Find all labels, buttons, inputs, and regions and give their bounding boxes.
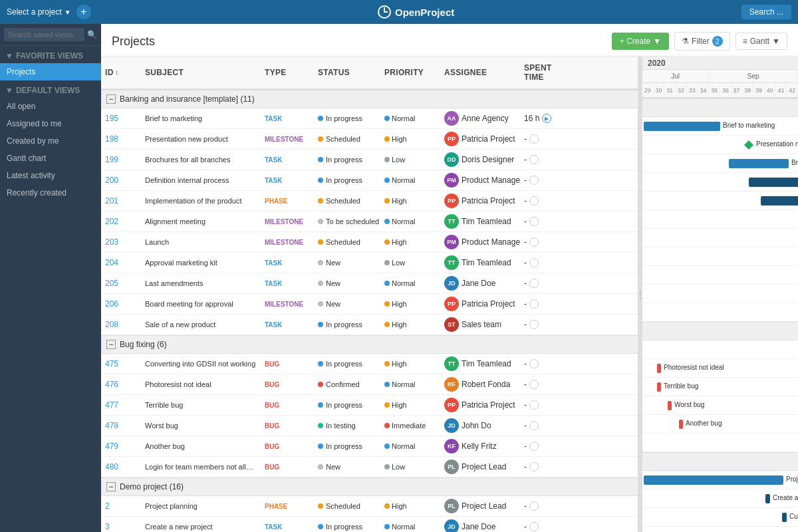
col-priority[interactable]: PRIORITY xyxy=(380,61,440,84)
cell-spent-time: 16 h ▶ xyxy=(520,111,573,126)
cell-assignee: JD Jane Doe xyxy=(440,273,520,293)
id-link[interactable]: 206 xyxy=(105,299,118,309)
cell-type: MILESTONE xyxy=(261,215,314,228)
id-link[interactable]: 477 xyxy=(105,400,118,410)
chevron-down-icon: ▼ xyxy=(653,37,661,46)
col-subject[interactable]: SUBJECT xyxy=(141,61,261,84)
id-link[interactable]: 479 xyxy=(105,442,118,451)
project-selector[interactable]: Select a project ▼ xyxy=(7,7,71,17)
status-dot xyxy=(318,322,323,327)
col-status[interactable]: STATUS xyxy=(314,61,380,84)
gantt-view-button[interactable]: ≡ Gantt ▼ xyxy=(735,33,787,50)
sidebar-item-recently-created[interactable]: Recently created xyxy=(0,184,101,201)
id-link[interactable]: 476 xyxy=(105,380,118,389)
id-link[interactable]: 3 xyxy=(105,522,110,531)
sidebar-item-all-open[interactable]: All open xyxy=(0,98,101,115)
table-row: 195 Brief to marketing TASK In progress … xyxy=(101,108,638,129)
table-row: 203 Launch MILESTONE Scheduled High PM P… xyxy=(101,232,638,253)
spent-value: - xyxy=(524,134,527,144)
filter-button[interactable]: ⚗ Filter 2 xyxy=(674,32,730,51)
logo-icon xyxy=(378,5,391,19)
spent-value: - xyxy=(524,320,527,329)
gantt-bar[interactable] xyxy=(644,122,720,131)
sidebar-item-created-by-me[interactable]: Created by me xyxy=(0,132,101,150)
gantt-row: Customize project overview page xyxy=(642,508,798,527)
cell-subject: Photoresist not ideal xyxy=(141,378,261,391)
col-spent-time[interactable]: SPENT TIME xyxy=(520,61,573,84)
id-link[interactable]: 204 xyxy=(105,258,118,267)
gantt-week-row: 2930313233343536373839404142 xyxy=(642,83,798,98)
type-badge: MILESTONE xyxy=(265,238,303,247)
gantt-bar[interactable] xyxy=(668,401,672,410)
group-collapse-icon[interactable]: − xyxy=(106,94,116,104)
empty-timer-icon xyxy=(529,380,539,389)
id-link[interactable]: 195 xyxy=(105,114,118,123)
gantt-bar[interactable] xyxy=(729,159,789,168)
collapse-icon: ▼ xyxy=(5,86,13,95)
add-project-button[interactable]: + xyxy=(76,5,91,19)
sidebar-item-projects[interactable]: Projects xyxy=(0,63,101,80)
id-link[interactable]: 475 xyxy=(105,359,118,368)
id-link[interactable]: 2 xyxy=(105,501,110,511)
cell-assignee: TT Tim Teamlead xyxy=(440,354,520,374)
gantt-bar[interactable] xyxy=(679,420,683,429)
cell-type: PHASE xyxy=(261,194,314,207)
col-assignee[interactable]: ASSIGNEE xyxy=(440,61,520,84)
collapse-icon: ▼ xyxy=(5,51,13,61)
id-link[interactable]: 205 xyxy=(105,279,118,288)
cell-id: 3 xyxy=(101,519,141,532)
gantt-bar[interactable] xyxy=(657,382,661,392)
id-link[interactable]: 203 xyxy=(105,237,118,247)
table-row: 199 Brochures for all branches TASK In p… xyxy=(101,150,638,170)
gantt-bar[interactable] xyxy=(782,513,787,522)
group-row: − Bug fixing (6) xyxy=(101,335,638,354)
priority-dot xyxy=(384,116,390,121)
cell-assignee: PP Patricia Project xyxy=(440,191,520,211)
cell-assignee: TT Tim Teamlead xyxy=(440,253,520,273)
id-link[interactable]: 478 xyxy=(105,421,118,430)
gantt-bar[interactable] xyxy=(765,494,770,503)
search-button[interactable]: Search ... xyxy=(741,5,791,19)
logo: OpenProject xyxy=(378,5,454,19)
sidebar-item-gantt-chart[interactable]: Gantt chart xyxy=(0,150,101,167)
avatar: PP xyxy=(444,194,459,208)
sidebar-item-assigned-to-me[interactable]: Assigned to me xyxy=(0,115,101,132)
spent-value: - xyxy=(524,237,527,247)
sidebar-item-latest-activity[interactable]: Latest activity xyxy=(0,167,101,184)
table-row: 201 Implementation of the product PHASE … xyxy=(101,191,638,211)
gantt-bar[interactable] xyxy=(657,364,661,373)
id-link[interactable]: 201 xyxy=(105,196,118,205)
id-link[interactable]: 480 xyxy=(105,462,118,471)
cell-priority: Normal xyxy=(380,378,440,391)
col-id[interactable]: ID ↕ xyxy=(101,61,141,84)
cell-type: TASK xyxy=(261,256,314,269)
col-type[interactable]: TYPE xyxy=(261,61,314,84)
default-views-header[interactable]: ▼ DEFAULT VIEWS xyxy=(0,80,101,98)
cell-type: MILESTONE xyxy=(261,132,314,146)
cell-status: Scheduled xyxy=(314,235,380,249)
cell-spent-time: - xyxy=(520,173,573,188)
cell-id: 199 xyxy=(101,152,141,167)
gantt-row xyxy=(642,434,798,452)
gantt-week-cell: 36 xyxy=(720,83,732,98)
cell-subject: Implementation of the product xyxy=(141,194,261,207)
gantt-milestone-diamond[interactable] xyxy=(744,140,753,150)
create-button[interactable]: + Create ▼ xyxy=(612,33,669,50)
sidebar-item-label: Gantt chart xyxy=(7,154,46,163)
id-link[interactable]: 199 xyxy=(105,155,118,164)
id-link[interactable]: 202 xyxy=(105,217,118,226)
id-link[interactable]: 208 xyxy=(105,320,118,329)
timer-icon[interactable]: ▶ xyxy=(542,114,551,123)
gantt-bar[interactable] xyxy=(749,178,798,187)
gantt-bar-label: Project planning xyxy=(786,475,798,483)
group-collapse-icon[interactable]: − xyxy=(106,482,116,491)
group-collapse-icon[interactable]: − xyxy=(106,340,116,349)
avatar: PM xyxy=(444,173,459,188)
id-link[interactable]: 200 xyxy=(105,176,118,185)
cell-type: BUG xyxy=(261,357,314,370)
gantt-bar[interactable] xyxy=(644,475,783,485)
search-saved-views-input[interactable] xyxy=(4,28,84,41)
favorite-views-header[interactable]: ▼ FAVORITE VIEWS xyxy=(0,46,101,63)
id-link[interactable]: 198 xyxy=(105,134,118,144)
gantt-bar[interactable] xyxy=(761,196,798,205)
